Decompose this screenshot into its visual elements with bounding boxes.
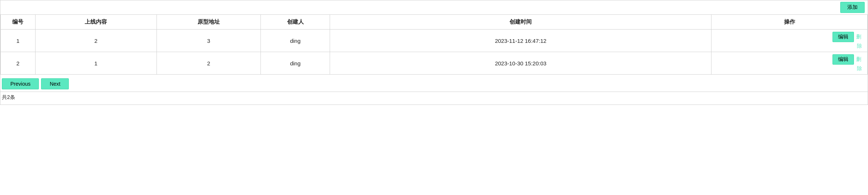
delete-label: 除 — [857, 43, 862, 49]
col-header-ops: 操作 — [711, 15, 868, 30]
cell-proto: 2 — [157, 52, 260, 75]
next-button[interactable]: Next — [41, 78, 69, 89]
cell-creator: ding — [260, 52, 330, 75]
col-header-id: 编号 — [1, 15, 36, 30]
delete-label: 除 — [857, 65, 862, 72]
cell-time: 2023-11-12 16:47:12 — [330, 30, 711, 52]
cell-id: 1 — [1, 30, 36, 52]
pagination-area: Previous Next — [0, 75, 868, 92]
ops-container: 编辑删除 — [714, 54, 864, 72]
table-wrapper: 编号 上线内容 原型地址 创建人 创建时间 操作 123ding2023-11-… — [0, 14, 868, 75]
edit-button[interactable]: 编辑 — [832, 32, 854, 42]
cell-ops: 编辑删除 — [711, 30, 868, 52]
cell-content: 2 — [35, 30, 157, 52]
table-header-row: 编号 上线内容 原型地址 创建人 创建时间 操作 — [1, 15, 868, 30]
cell-creator: ding — [260, 30, 330, 52]
cell-content: 1 — [35, 52, 157, 75]
col-header-proto: 原型地址 — [157, 15, 260, 30]
col-header-content: 上线内容 — [35, 15, 157, 30]
data-table: 编号 上线内容 原型地址 创建人 创建时间 操作 123ding2023-11-… — [0, 14, 868, 75]
prev-button[interactable]: Previous — [2, 78, 39, 89]
col-header-time: 创建时间 — [330, 15, 711, 30]
cell-ops: 编辑删除 — [711, 52, 868, 75]
delete-button[interactable]: 删 — [855, 56, 862, 63]
edit-button[interactable]: 编辑 — [832, 54, 854, 65]
total-count-area: 共2条 — [0, 92, 868, 105]
top-action-bar: 添加 — [0, 0, 868, 14]
ops-container: 编辑删除 — [714, 32, 864, 49]
table-row: 212ding2023-10-30 15:20:03编辑删除 — [1, 52, 868, 75]
cell-time: 2023-10-30 15:20:03 — [330, 52, 711, 75]
table-row: 123ding2023-11-12 16:47:12编辑删除 — [1, 30, 868, 52]
cell-proto: 3 — [157, 30, 260, 52]
delete-button[interactable]: 删 — [855, 34, 862, 40]
add-button[interactable]: 添加 — [840, 2, 865, 13]
cell-id: 2 — [1, 52, 36, 75]
col-header-creator: 创建人 — [260, 15, 330, 30]
total-count-text: 共2条 — [2, 94, 15, 100]
